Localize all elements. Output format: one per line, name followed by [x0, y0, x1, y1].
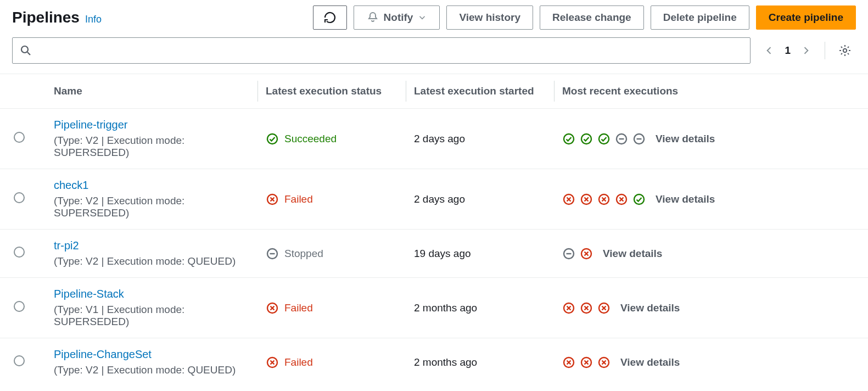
- view-details-link[interactable]: View details: [656, 193, 715, 205]
- title-wrap: Pipelines Info: [12, 9, 102, 26]
- status-text: Succeeded: [284, 133, 337, 145]
- view-details-link[interactable]: View details: [656, 133, 715, 145]
- table-row: Pipeline-trigger (Type: V2 | Execution m…: [0, 109, 868, 169]
- notify-button[interactable]: Notify: [354, 5, 440, 30]
- release-change-label: Release change: [552, 12, 631, 24]
- toolbar: 1: [0, 37, 868, 74]
- table-row: Pipeline-ChangeSet (Type: V2 | Execution…: [0, 338, 868, 387]
- bell-icon: [366, 11, 379, 24]
- failed-icon: [266, 193, 279, 206]
- started-text: 2 months ago: [414, 356, 477, 368]
- recent-executions: View details: [562, 356, 860, 369]
- pipeline-meta: (Type: V2 | Execution mode: QUEUED): [54, 364, 250, 376]
- failed-icon: [562, 356, 575, 369]
- recent-executions: View details: [562, 301, 860, 315]
- pager-next[interactable]: [800, 45, 811, 56]
- table-row: Pipeline-Stack (Type: V1 | Execution mod…: [0, 278, 868, 338]
- failed-icon: [597, 356, 611, 369]
- row-radio[interactable]: [14, 192, 25, 203]
- create-pipeline-label: Create pipeline: [769, 12, 843, 24]
- table-row: tr-pi2 (Type: V2 | Execution mode: QUEUE…: [0, 230, 868, 278]
- col-status[interactable]: Latest execution status: [258, 74, 406, 109]
- divider: [825, 42, 825, 59]
- row-radio[interactable]: [14, 301, 25, 312]
- pipeline-name-link[interactable]: check1: [54, 179, 250, 192]
- view-history-button[interactable]: View history: [446, 5, 533, 30]
- failed-icon: [580, 193, 593, 206]
- search-icon: [19, 44, 32, 57]
- started-text: 2 days ago: [414, 193, 465, 205]
- status-cell: Failed: [266, 193, 399, 206]
- col-started[interactable]: Latest execution started: [406, 74, 555, 109]
- pager-page: 1: [785, 44, 791, 57]
- failed-icon: [615, 193, 628, 206]
- failed-icon: [580, 301, 593, 315]
- refresh-button[interactable]: [313, 5, 347, 30]
- col-select: [0, 74, 38, 109]
- pipeline-meta: (Type: V2 | Execution mode: SUPERSEDED): [54, 135, 250, 159]
- view-details-link[interactable]: View details: [620, 356, 680, 368]
- pager-prev[interactable]: [764, 45, 775, 56]
- view-details-link[interactable]: View details: [620, 302, 680, 314]
- stopped-icon: [266, 247, 279, 260]
- pipeline-meta: (Type: V1 | Execution mode: SUPERSEDED): [54, 304, 250, 328]
- failed-icon: [266, 356, 279, 369]
- row-radio[interactable]: [14, 247, 25, 258]
- table-row: check1 (Type: V2 | Execution mode: SUPER…: [0, 169, 868, 230]
- view-details-link[interactable]: View details: [603, 248, 662, 260]
- status-cell: Failed: [266, 356, 399, 369]
- pipeline-name-link[interactable]: tr-pi2: [54, 239, 250, 252]
- failed-icon: [562, 301, 575, 315]
- status-cell: Succeeded: [266, 132, 399, 146]
- col-recent[interactable]: Most recent executions: [555, 74, 868, 109]
- success-icon: [632, 193, 646, 206]
- started-text: 2 days ago: [414, 133, 465, 144]
- delete-pipeline-button[interactable]: Delete pipeline: [651, 5, 749, 30]
- search-input[interactable]: [38, 45, 743, 57]
- status-text: Failed: [284, 356, 313, 368]
- settings-icon[interactable]: [838, 44, 852, 57]
- status-text: Failed: [284, 193, 313, 205]
- row-radio[interactable]: [14, 132, 25, 143]
- pipeline-meta: (Type: V2 | Execution mode: QUEUED): [54, 255, 250, 267]
- create-pipeline-button[interactable]: Create pipeline: [756, 5, 856, 30]
- success-icon: [580, 132, 593, 146]
- status-cell: Stopped: [266, 247, 399, 260]
- started-text: 19 days ago: [414, 248, 471, 259]
- delete-pipeline-label: Delete pipeline: [663, 12, 737, 24]
- view-history-label: View history: [459, 12, 520, 24]
- success-icon: [597, 132, 611, 146]
- pipelines-table: Name Latest execution status Latest exec…: [0, 74, 868, 386]
- started-text: 2 months ago: [414, 302, 477, 314]
- recent-executions: View details: [562, 247, 860, 260]
- stopped-icon: [615, 132, 628, 146]
- col-name[interactable]: Name: [38, 74, 258, 109]
- info-link[interactable]: Info: [85, 14, 102, 25]
- status-cell: Failed: [266, 301, 399, 315]
- page-header: Pipelines Info Notify View history Relea…: [0, 0, 868, 37]
- notify-label: Notify: [384, 12, 413, 24]
- pipeline-name-link[interactable]: Pipeline-ChangeSet: [54, 348, 250, 361]
- failed-icon: [597, 193, 611, 206]
- recent-executions: View details: [562, 193, 860, 206]
- failed-icon: [266, 301, 279, 315]
- recent-executions: View details: [562, 132, 860, 146]
- stopped-icon: [562, 247, 575, 260]
- pipeline-name-link[interactable]: Pipeline-trigger: [54, 119, 250, 131]
- search-box[interactable]: [12, 37, 751, 64]
- row-radio[interactable]: [14, 355, 25, 366]
- success-icon: [266, 132, 279, 146]
- stopped-icon: [632, 132, 646, 146]
- status-text: Failed: [284, 302, 313, 314]
- release-change-button[interactable]: Release change: [540, 5, 644, 30]
- table-header-row: Name Latest execution status Latest exec…: [0, 74, 868, 109]
- failed-icon: [580, 247, 593, 260]
- caret-down-icon: [417, 13, 427, 23]
- failed-icon: [580, 356, 593, 369]
- status-text: Stopped: [284, 248, 323, 260]
- refresh-icon: [323, 11, 337, 24]
- pipeline-meta: (Type: V2 | Execution mode: SUPERSEDED): [54, 195, 250, 219]
- pipeline-name-link[interactable]: Pipeline-Stack: [54, 288, 250, 300]
- failed-icon: [562, 193, 575, 206]
- pager: 1: [759, 42, 856, 59]
